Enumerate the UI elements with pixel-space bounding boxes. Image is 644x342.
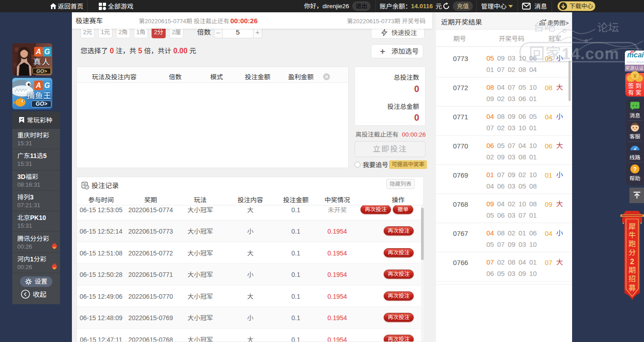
svg-text:¥: ¥	[633, 72, 637, 79]
svg-text:?: ?	[633, 166, 637, 173]
